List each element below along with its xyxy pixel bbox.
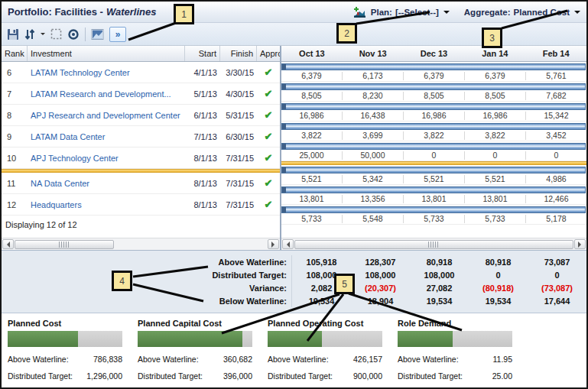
investment-link[interactable]: LATAM Technology Center (28, 68, 185, 77)
cost-cell[interactable]: 3,822 (281, 131, 342, 140)
cost-cell[interactable]: 8,505 (464, 92, 525, 100)
cost-cell[interactable]: 0 (403, 151, 464, 160)
metric-above-label: Above Waterline: (8, 355, 69, 364)
investment-link[interactable]: APJ Research and Development Center (28, 111, 185, 120)
cost-cell[interactable]: 5,733 (403, 215, 464, 223)
view-options-icon[interactable] (67, 27, 80, 42)
gantt-bar[interactable] (281, 143, 586, 150)
cost-cell[interactable]: 0 (464, 151, 525, 160)
table-row[interactable]: 7LATAM Research and Development...5/1/13… (2, 83, 280, 105)
left-h-scrollbar[interactable] (2, 238, 280, 250)
summary-value: 108,000 (351, 271, 410, 280)
scenario-plan-icon[interactable] (352, 5, 367, 20)
scroll-right-arrow-icon[interactable] (574, 239, 586, 249)
investment-link[interactable]: Headquarters (28, 200, 185, 209)
cost-cell[interactable]: 3,452 (525, 131, 586, 140)
aggregate-dropdown[interactable]: Aggregate: Planned Cost (464, 8, 580, 17)
cost-cell[interactable]: 5,548 (342, 215, 403, 223)
cost-cell[interactable]: 8,230 (342, 92, 403, 100)
sort-icon[interactable] (24, 27, 35, 42)
metric-target-row: Distributed Target:25.00 (398, 371, 512, 381)
investment-link[interactable]: LATAM Data Center (28, 132, 185, 141)
cost-cell[interactable]: 6,379 (403, 72, 464, 80)
rank-cell: 8 (2, 111, 28, 120)
scroll-left-arrow-icon[interactable] (2, 239, 14, 249)
scroll-right-arrow-icon[interactable] (268, 239, 279, 249)
cost-cell[interactable]: 4,986 (525, 175, 586, 183)
investment-link[interactable]: NA Data Center (28, 179, 185, 188)
cost-cell[interactable]: 5,178 (525, 215, 586, 223)
cost-cell[interactable]: 13,801 (403, 195, 464, 203)
cost-cell[interactable]: 5,342 (342, 175, 403, 183)
table-row[interactable]: 9LATAM Data Center7/1/136/30/15✔ (2, 126, 280, 147)
table-row[interactable]: 8APJ Research and Development Center6/1/… (2, 105, 280, 126)
table-row[interactable]: 10APJ Technology Center8/1/137/31/15✔ (2, 147, 280, 169)
cost-cell[interactable]: 5,733 (464, 215, 525, 223)
chart-view-icon[interactable] (91, 27, 104, 42)
cost-cell[interactable]: 16,986 (281, 112, 342, 120)
cost-cell[interactable]: 6,173 (342, 72, 403, 80)
chevron-down-icon[interactable] (574, 11, 580, 17)
cost-cell[interactable]: 5,733 (281, 215, 342, 223)
cost-cell[interactable]: 5,761 (525, 72, 586, 80)
column-header-start[interactable]: Start (185, 46, 220, 61)
cost-cell[interactable]: 3,822 (464, 131, 525, 140)
cost-cell[interactable]: 16,438 (342, 112, 403, 120)
column-header-rank[interactable]: Rank (2, 46, 28, 61)
column-header-approved[interactable]: Appro (257, 46, 280, 61)
cost-cell[interactable]: 12,466 (525, 195, 586, 203)
right-h-scrollbar[interactable] (281, 238, 586, 250)
cost-cell[interactable]: 3,699 (342, 131, 403, 140)
cost-cell[interactable]: 8,505 (281, 92, 342, 100)
investment-link[interactable]: LATAM Research and Development... (28, 89, 185, 99)
finish-date-cell: 5/31/15 (220, 111, 257, 120)
gantt-bar[interactable] (281, 123, 586, 130)
table-row[interactable]: 6LATAM Technology Center4/1/133/30/15✔ (2, 62, 280, 83)
page-title-emphasis: Waterlines (106, 6, 157, 18)
cost-cell[interactable]: 50,000 (342, 151, 403, 160)
cost-cell[interactable]: 0 (525, 151, 586, 160)
cost-cell[interactable]: 7,682 (525, 92, 586, 100)
cost-cell[interactable]: 5,521 (281, 175, 342, 183)
cost-cell[interactable]: 5,521 (464, 175, 525, 183)
table-row[interactable]: 11NA Data Center8/1/137/31/15✔ (2, 173, 280, 194)
scroll-thumb[interactable] (15, 240, 114, 249)
metric-target-label: Distributed Target: (8, 371, 73, 381)
save-icon[interactable] (7, 27, 19, 42)
cost-cell[interactable]: 16,986 (464, 112, 525, 120)
cost-cell[interactable]: 13,356 (342, 195, 403, 203)
cost-cell[interactable]: 25,000 (281, 151, 342, 160)
cost-cell[interactable]: 3,822 (403, 131, 464, 140)
scroll-left-arrow-icon[interactable] (282, 239, 294, 249)
metric-title: Planned Cost (8, 319, 130, 328)
cost-cell[interactable]: 13,801 (464, 195, 525, 203)
gantt-bar[interactable] (281, 103, 586, 110)
month-header-cell: Jan 14 (464, 49, 525, 58)
more-tools-button[interactable]: » (109, 27, 126, 42)
cost-cell[interactable]: 6,379 (281, 72, 342, 80)
sort-menu-caret-icon[interactable] (41, 33, 45, 37)
gantt-bar[interactable] (281, 83, 586, 90)
gantt-bar[interactable] (281, 63, 586, 70)
summary-value: 19,534 (410, 297, 469, 306)
scroll-thumb[interactable] (294, 240, 573, 249)
summary-value: 105,918 (292, 258, 351, 267)
cost-cell[interactable]: 6,379 (464, 72, 525, 80)
approved-check-icon: ✔ (257, 88, 280, 99)
gantt-bar[interactable] (281, 167, 586, 173)
gantt-bar[interactable] (281, 206, 586, 213)
cost-cell[interactable]: 13,801 (281, 195, 342, 203)
investment-link[interactable]: APJ Technology Center (28, 154, 185, 163)
chevron-down-icon[interactable] (443, 11, 450, 17)
cost-cell[interactable]: 5,521 (403, 175, 464, 183)
summary-value: 80,918 (469, 258, 528, 267)
column-header-finish[interactable]: Finish (220, 46, 257, 61)
table-row[interactable]: 12Headquarters8/1/137/31/15✔ (2, 194, 280, 216)
cost-cell[interactable]: 8,505 (403, 92, 464, 100)
column-header-investment[interactable]: Investment (28, 46, 185, 61)
plan-dropdown[interactable]: Plan: [--Select--] (371, 8, 450, 17)
select-region-icon[interactable] (50, 27, 62, 42)
gantt-bar[interactable] (281, 186, 586, 193)
cost-cell[interactable]: 15,342 (525, 112, 586, 120)
cost-cell[interactable]: 16,986 (403, 112, 464, 120)
